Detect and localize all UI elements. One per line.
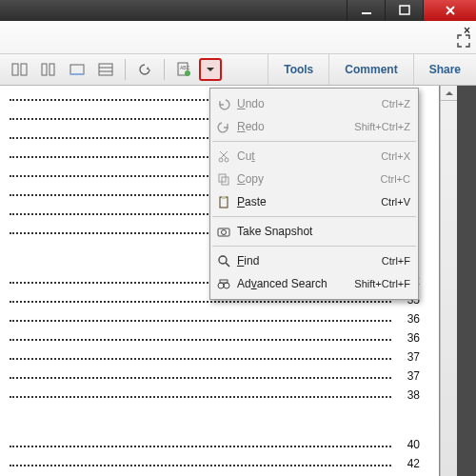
svg-rect-0 [362,12,371,14]
svg-rect-5 [21,64,27,75]
edit-menu-dropdown[interactable] [199,58,222,81]
menu-shortcut: Ctrl+Z [382,98,410,109]
binoculars-icon [214,277,233,290]
svg-line-27 [226,263,229,267]
fullscreen-icon[interactable] [455,32,472,50]
edit-context-menu: Undo Ctrl+Z Redo Shift+Ctrl+Z Cut Ctrl+X… [209,88,419,300]
svg-point-29 [224,283,229,288]
menu-undo[interactable]: Undo Ctrl+Z [210,92,418,115]
menu-separator [212,216,416,217]
menu-advanced-search[interactable]: Advanced Search Shift+Ctrl+F [210,272,418,295]
svg-rect-8 [70,65,84,74]
svg-rect-6 [42,64,47,75]
tools-link[interactable]: Tools [268,54,328,85]
share-link[interactable]: Share [413,54,476,85]
menu-separator [212,141,416,142]
toc-page-number: 38 [407,388,420,402]
camera-icon [214,225,233,238]
comment-link[interactable]: Comment [328,54,412,85]
svg-line-19 [220,151,227,158]
menu-take-snapshot[interactable]: Take Snapshot [210,220,418,243]
menu-label: Paste [237,195,381,208]
svg-rect-23 [222,196,226,199]
svg-rect-1 [400,6,409,14]
menu-find[interactable]: Find Ctrl+F [210,249,418,272]
svg-point-15 [185,70,190,76]
svg-rect-10 [99,64,112,75]
svg-point-25 [222,230,227,235]
tab-strip: × ABC Tools Comment S [0,21,476,87]
paste-icon [214,195,233,208]
menu-shortcut: Shift+Ctrl+F [354,278,410,289]
toc-line: 37 [10,345,429,364]
toc-page-number: 37 [407,369,420,383]
toc-line: 44 [10,470,429,476]
cut-icon [214,149,233,163]
fit-page-icon[interactable] [92,57,119,82]
toc-line: 40 [10,432,429,451]
toolbar-separator [164,59,165,80]
find-icon [214,254,233,268]
menu-redo[interactable]: Redo Shift+Ctrl+Z [210,115,418,138]
toc-line: 42 [10,451,429,470]
scroll-up-icon[interactable] [441,86,457,101]
page-two-up-icon[interactable] [7,57,33,82]
toc-gap [10,402,429,432]
maximize-button[interactable] [385,0,423,21]
link-strip: Tools Comment Share [268,54,476,85]
document-check-icon[interactable]: ABC [170,57,197,82]
page-single-icon[interactable] [35,57,62,82]
menu-label: Copy [237,172,381,186]
toc-line: 38 [10,383,429,402]
close-button[interactable] [423,0,476,21]
menu-shortcut: Ctrl+V [381,196,410,208]
svg-text:ABC: ABC [180,65,190,70]
menu-shortcut: Ctrl+X [381,150,410,162]
svg-point-26 [219,256,227,264]
menu-shortcut: Shift+Ctrl+Z [354,121,410,132]
undo-icon [214,97,233,110]
menu-label: Take Snapshot [237,225,410,238]
toc-line: 36 [10,326,429,345]
toolbar-separator [125,59,126,80]
toc-page-number: 36 [407,312,420,326]
toc-page-number: 37 [407,350,420,364]
menu-separator [212,246,416,247]
menu-copy[interactable]: Copy Ctrl+C [210,168,418,190]
svg-rect-7 [50,64,54,75]
window-titlebar [0,0,476,21]
menu-label: Undo [237,97,382,110]
copy-icon [214,172,233,186]
svg-rect-30 [220,280,228,283]
menu-label: Advanced Search [237,277,354,290]
vertical-scrollbar[interactable] [440,86,457,476]
svg-point-28 [218,283,224,288]
toc-page-number: 42 [407,457,420,470]
svg-point-17 [225,158,228,162]
menu-shortcut: Ctrl+C [381,173,410,185]
svg-line-18 [221,151,228,158]
svg-rect-4 [12,64,18,75]
toc-page-number: 36 [407,331,420,345]
minimize-button[interactable] [347,0,385,21]
svg-point-16 [219,158,223,162]
redo-icon [214,120,233,133]
svg-rect-9 [70,73,84,75]
read-aloud-icon[interactable] [131,57,158,82]
fit-width-icon[interactable] [64,57,90,82]
menu-label: Find [237,254,382,268]
menu-label: Cut [237,149,381,163]
menu-paste[interactable]: Paste Ctrl+V [210,190,418,213]
toolbar: ABC Tools Comment Share [0,53,476,86]
menu-label: Redo [237,120,354,133]
toc-page-number: 40 [407,438,420,451]
menu-cut[interactable]: Cut Ctrl+X [210,145,418,168]
toc-line: 36 [10,307,429,326]
toc-line: 37 [10,364,429,383]
menu-shortcut: Ctrl+F [382,255,410,267]
